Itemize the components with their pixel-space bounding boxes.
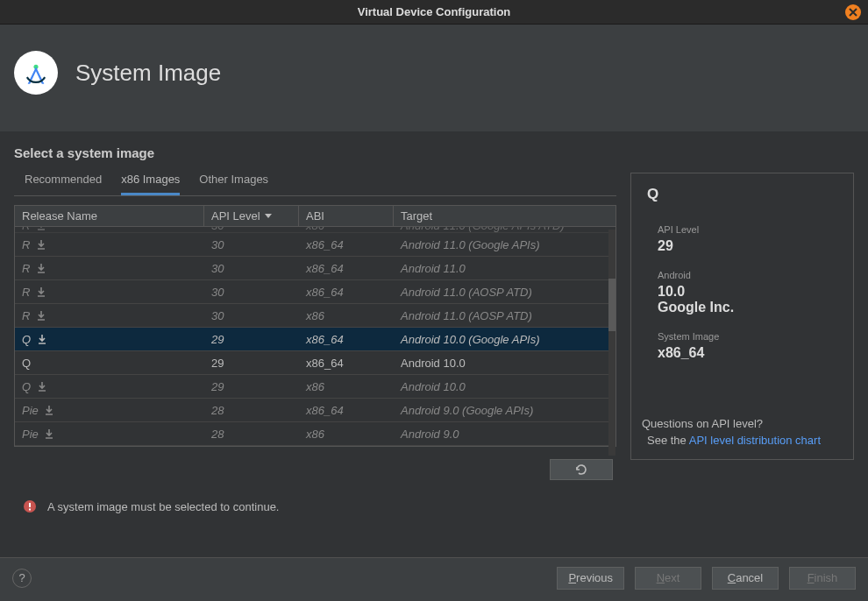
section-title: Select a system image [14, 145, 854, 160]
cell-abi: x86_64 [299, 238, 394, 251]
cell-target: Android 11.0 (AOSP ATD) [394, 286, 615, 299]
download-icon[interactable] [36, 380, 48, 392]
cell-release-name: R [15, 262, 204, 275]
table-header: Release Name API Level ABI Target [15, 206, 615, 227]
detail-sysimg-value: x86_64 [658, 345, 837, 361]
cell-target: Android 11.0 (Google APIs ATD) [394, 227, 615, 232]
cell-api-level: 30 [204, 238, 299, 251]
tab-x86-images[interactable]: x86 Images [121, 173, 180, 195]
table-row[interactable]: R 30x86_64Android 11.0 (AOSP ATD) [15, 280, 615, 304]
table-row[interactable]: R 30x86Android 11.0 (AOSP ATD) [15, 304, 615, 328]
cell-abi: x86 [299, 309, 394, 322]
cell-target: Android 11.0 [394, 262, 615, 275]
col-api-level[interactable]: API Level [204, 206, 299, 226]
cell-target: Android 9.0 (Google APIs) [394, 404, 615, 417]
cell-release-name: Pie [15, 428, 204, 441]
scrollbar[interactable] [608, 230, 615, 456]
cell-release-name: Q [15, 380, 204, 393]
cancel-button[interactable]: Cancel [712, 567, 779, 590]
download-icon[interactable] [35, 262, 47, 274]
download-icon[interactable] [36, 333, 48, 345]
cell-api-level: 30 [204, 286, 299, 299]
cell-release-name: R [15, 286, 204, 299]
footer: ? Previous Next Cancel Finish [0, 557, 868, 597]
error-message: A system image must be selected to conti… [14, 480, 854, 513]
cell-target: Android 10.0 [394, 357, 615, 370]
help-button[interactable]: ? [12, 569, 32, 588]
image-list-pane: Recommended x86 Images Other Images Rele… [14, 173, 616, 480]
cell-abi: x86_64 [299, 262, 394, 275]
cell-api-level: 28 [204, 428, 299, 441]
table-row[interactable]: Q 29x86Android 10.0 [15, 375, 615, 399]
qa-prefix: See the [647, 434, 689, 447]
tab-other-images[interactable]: Other Images [199, 173, 268, 195]
col-api-label: API Level [211, 209, 260, 223]
details-pane: Q API Level 29 Android 10.0 Google Inc. … [630, 173, 854, 460]
download-icon[interactable] [35, 227, 47, 231]
window-close-button[interactable] [845, 4, 861, 20]
cell-release-name: R [15, 227, 204, 232]
svg-rect-2 [29, 503, 31, 507]
cell-target: Android 11.0 (Google APIs) [394, 238, 615, 251]
cell-release-name: Pie [15, 404, 204, 417]
cell-api-level: 29 [204, 333, 299, 346]
cell-abi: x86_64 [299, 286, 394, 299]
detail-title: Q [647, 186, 837, 203]
table-row[interactable]: R 30x86_64Android 11.0 [15, 257, 615, 280]
refresh-icon [574, 463, 588, 477]
cell-target: Android 9.0 [394, 428, 615, 441]
cell-release-name: R [15, 238, 204, 251]
refresh-button[interactable] [550, 459, 613, 480]
table-row[interactable]: R 30x86Android 11.0 (Google APIs ATD) [15, 227, 615, 233]
scrollbar-thumb[interactable] [608, 279, 615, 331]
detail-sysimg-label: System Image [658, 331, 837, 342]
svg-rect-3 [29, 509, 31, 511]
error-icon [23, 499, 37, 513]
cell-target: Android 10.0 (Google APIs) [394, 333, 615, 346]
cell-api-level: 29 [204, 357, 299, 370]
finish-button[interactable]: Finish [789, 567, 856, 590]
download-icon[interactable] [35, 286, 47, 298]
body: Select a system image Recommended x86 Im… [0, 131, 868, 557]
table-row[interactable]: Q 29x86_64Android 10.0 (Google APIs) [15, 328, 615, 351]
cell-api-level: 29 [204, 380, 299, 393]
download-icon[interactable] [43, 428, 55, 440]
cell-api-level: 30 [204, 227, 299, 232]
detail-vendor: Google Inc. [658, 300, 837, 315]
download-icon[interactable] [35, 238, 47, 251]
next-button[interactable]: Next [635, 567, 701, 590]
android-studio-icon [14, 51, 58, 95]
download-icon[interactable] [35, 309, 47, 322]
cell-api-level: 28 [204, 404, 299, 417]
detail-android-version: 10.0 [658, 284, 837, 300]
cell-release-name: R [15, 309, 204, 322]
previous-button[interactable]: Previous [557, 567, 624, 590]
cell-abi: x86 [299, 428, 394, 441]
tab-recommended[interactable]: Recommended [25, 173, 102, 195]
tabs: Recommended x86 Images Other Images [14, 173, 616, 196]
cell-api-level: 30 [204, 262, 299, 275]
cell-abi: x86 [299, 227, 394, 232]
cell-api-level: 30 [204, 309, 299, 322]
table-row[interactable]: R 30x86_64Android 11.0 (Google APIs) [15, 233, 615, 257]
cell-abi: x86 [299, 380, 394, 393]
api-level-distribution-link[interactable]: API level distribution chart [689, 434, 821, 447]
cell-abi: x86_64 [299, 404, 394, 417]
cell-target: Android 11.0 (AOSP ATD) [394, 309, 615, 322]
cell-abi: x86_64 [299, 333, 394, 346]
col-release-name[interactable]: Release Name [15, 206, 204, 226]
col-abi[interactable]: ABI [299, 206, 394, 226]
table-row[interactable]: Pie 28x86_64Android 9.0 (Google APIs) [15, 399, 615, 422]
page-title: System Image [75, 60, 221, 87]
detail-api-label: API Level [658, 224, 837, 235]
detail-api-value: 29 [658, 238, 837, 254]
close-icon [849, 8, 857, 17]
table-row[interactable]: Pie 28x86Android 9.0 [15, 422, 615, 446]
table-body: R 30x86Android 11.0 (Google APIs ATD)R 3… [15, 227, 615, 446]
header: System Image [0, 25, 868, 131]
cell-abi: x86_64 [299, 357, 394, 370]
cell-release-name: Q [15, 357, 204, 370]
col-target[interactable]: Target [394, 206, 615, 226]
table-row[interactable]: Q29x86_64Android 10.0 [15, 351, 615, 375]
download-icon[interactable] [43, 404, 55, 416]
